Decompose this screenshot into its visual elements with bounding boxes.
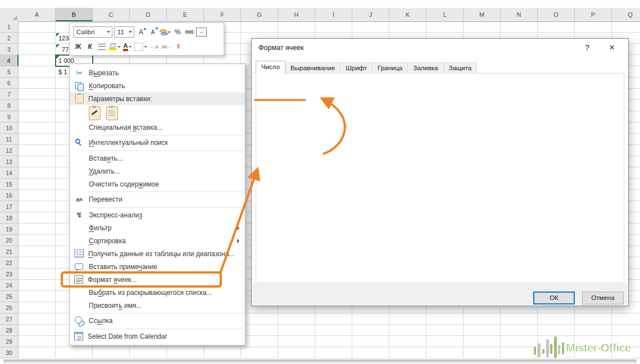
menu-item-16[interactable]: Сортировка bbox=[70, 234, 245, 247]
percent-style-button[interactable]: % bbox=[173, 26, 183, 38]
row-header-18[interactable]: 18 bbox=[0, 212, 19, 224]
row-header-1[interactable]: 1 bbox=[0, 21, 19, 33]
menu-item-4[interactable]: Специальная вставка... bbox=[70, 121, 245, 134]
borders-button[interactable]: ↔ bbox=[196, 26, 207, 38]
column-header-I[interactable]: I bbox=[315, 8, 352, 21]
menu-item-9[interactable]: Удалить... bbox=[70, 165, 245, 178]
row-header-9[interactable]: 9 bbox=[0, 111, 19, 122]
tab-3[interactable]: Граница bbox=[372, 62, 408, 74]
font-color-button[interactable]: А bbox=[122, 41, 133, 52]
menu-item-0[interactable]: Вырезать bbox=[70, 66, 245, 79]
column-header-C[interactable]: C bbox=[93, 8, 130, 21]
row-header-27[interactable]: 27 bbox=[0, 313, 19, 325]
row-header-3[interactable]: 3 bbox=[0, 44, 19, 55]
grow-font-button[interactable]: A bbox=[136, 26, 146, 38]
font-size-combo[interactable]: 11 bbox=[114, 26, 134, 38]
row-header-12[interactable]: 12 bbox=[0, 145, 19, 156]
format-painter-button[interactable]: ✏ bbox=[173, 41, 183, 52]
menu-item-20[interactable]: Выбрать из раскрывающегося списка... bbox=[70, 286, 245, 299]
paste-values-icon[interactable] bbox=[106, 106, 118, 120]
fill-color-button[interactable] bbox=[108, 41, 121, 52]
row-header-6[interactable]: 6 bbox=[0, 78, 19, 89]
column-header-J[interactable]: J bbox=[352, 8, 389, 21]
menu-item-label: Формат ячеек... bbox=[88, 276, 137, 284]
column-header-G[interactable]: G bbox=[241, 8, 278, 21]
row-header-26[interactable]: 26 bbox=[0, 302, 19, 313]
column-header-B[interactable]: B bbox=[56, 8, 93, 21]
row-header-28[interactable]: 28 bbox=[0, 325, 19, 336]
column-header-O[interactable]: O bbox=[538, 8, 575, 21]
paste-keep-formatting-icon[interactable] bbox=[89, 106, 101, 120]
menu-item-8[interactable]: Вставить... bbox=[70, 152, 245, 165]
menu-item-6[interactable]: Интеллектуальный поиск bbox=[70, 136, 245, 149]
row-header-21[interactable]: 21 bbox=[0, 246, 19, 257]
column-header-E[interactable]: E bbox=[167, 8, 204, 21]
column-header-H[interactable]: H bbox=[278, 8, 315, 21]
row-header-7[interactable]: 7 bbox=[0, 89, 19, 100]
row-header-17[interactable]: 17 bbox=[0, 201, 19, 212]
column-header-A[interactable]: A bbox=[19, 8, 56, 21]
menu-item-23[interactable]: Ссылка bbox=[70, 315, 245, 327]
row-header-2[interactable]: 2 bbox=[0, 33, 19, 44]
bold-button[interactable]: Ж bbox=[73, 41, 83, 52]
row-header-29[interactable]: 29 bbox=[0, 336, 19, 347]
row-header-14[interactable]: 14 bbox=[0, 167, 19, 179]
row-header-20[interactable]: 20 bbox=[0, 235, 19, 246]
tab-4[interactable]: Заливка bbox=[407, 62, 443, 74]
row-header-16[interactable]: 16 bbox=[0, 190, 19, 201]
border-style-button[interactable] bbox=[134, 41, 147, 52]
menu-item-17[interactable]: Получить данные из таблицы или диапазона… bbox=[70, 247, 245, 260]
decrease-decimal-button[interactable]: ,00→ bbox=[161, 41, 171, 52]
row-header-11[interactable]: 11 bbox=[0, 134, 19, 145]
column-header-M[interactable]: M bbox=[464, 8, 501, 21]
menu-item-12[interactable]: Перевести bbox=[70, 193, 245, 206]
column-header-Q[interactable]: Q bbox=[612, 8, 640, 21]
comma-style-button[interactable]: 000 bbox=[184, 26, 194, 38]
tab-1[interactable]: Выравнивание bbox=[285, 62, 341, 74]
row-header-30[interactable]: 30 bbox=[0, 347, 19, 358]
tab-5[interactable]: Защита bbox=[443, 62, 478, 74]
row-header-5[interactable]: 5 bbox=[0, 66, 19, 78]
column-header-K[interactable]: K bbox=[389, 8, 426, 21]
increase-decimal-button[interactable]: ←,0 bbox=[149, 41, 159, 52]
row-header-8[interactable]: 8 bbox=[0, 100, 19, 111]
row-header-22[interactable]: 22 bbox=[0, 257, 19, 269]
menu-item-18[interactable]: Вставить примечание bbox=[70, 260, 245, 273]
row-header-25[interactable]: 25 bbox=[0, 291, 19, 302]
row-header-24[interactable]: 24 bbox=[0, 280, 19, 291]
column-header-D[interactable]: D bbox=[130, 8, 167, 21]
row-header-10[interactable]: 10 bbox=[0, 122, 19, 134]
error-indicator-icon bbox=[56, 56, 60, 59]
row-header-13[interactable]: 13 bbox=[0, 156, 19, 167]
close-icon[interactable]: ✕ bbox=[603, 41, 620, 54]
select-all-corner[interactable] bbox=[0, 8, 19, 22]
row-header-4[interactable]: 4 bbox=[0, 55, 19, 66]
menu-item-21[interactable]: Присвоить имя... bbox=[70, 299, 245, 312]
menu-item-14[interactable]: Экспресс-анализ bbox=[70, 208, 245, 221]
menu-item-1[interactable]: Копировать bbox=[70, 79, 245, 92]
menu-item-15[interactable]: Фильтр bbox=[70, 221, 245, 234]
ok-button[interactable]: ОК bbox=[533, 292, 575, 304]
column-headers: ABCDEFGHIJKLMNOPQ bbox=[19, 8, 640, 22]
accounting-format-button[interactable] bbox=[160, 26, 171, 38]
column-header-L[interactable]: L bbox=[426, 8, 464, 21]
italic-button[interactable]: К bbox=[85, 41, 95, 52]
row-header-23[interactable]: 23 bbox=[0, 269, 19, 280]
menu-item-25[interactable]: Select Date from Calendar bbox=[70, 330, 245, 343]
column-header-F[interactable]: F bbox=[204, 8, 241, 21]
column-header-N[interactable]: N bbox=[501, 8, 538, 21]
row-header-19[interactable]: 19 bbox=[0, 224, 19, 235]
font-name-combo[interactable]: Calibri bbox=[73, 26, 112, 38]
column-header-P[interactable]: P bbox=[575, 8, 612, 21]
help-button[interactable]: ? bbox=[579, 41, 596, 54]
menu-item-19[interactable]: Формат ячеек... bbox=[70, 273, 245, 286]
cancel-button[interactable]: Отмена bbox=[582, 292, 624, 304]
grow-font-icon: A bbox=[139, 28, 143, 36]
menu-item-10[interactable]: Очистить содержимое bbox=[70, 178, 245, 190]
menu-item-2[interactable]: Параметры вставки: bbox=[70, 92, 245, 105]
tab-0[interactable]: Число bbox=[256, 61, 285, 74]
shrink-font-button[interactable]: A bbox=[148, 26, 158, 38]
tab-2[interactable]: Шрифт bbox=[340, 62, 373, 74]
center-button[interactable] bbox=[97, 41, 107, 52]
row-header-15[interactable]: 15 bbox=[0, 179, 19, 190]
